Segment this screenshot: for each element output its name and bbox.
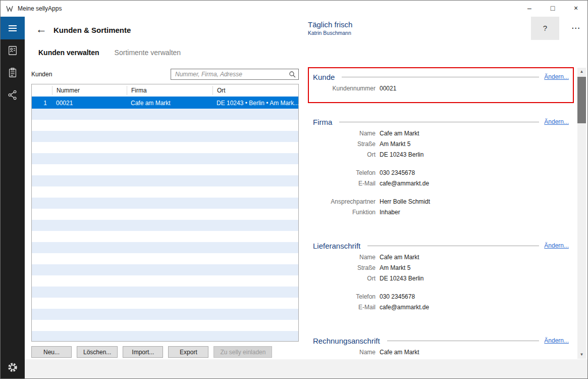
customer-detail-panel: Kunde Ändern... Kundennummer 00021 Firma	[308, 62, 574, 359]
scroll-thumb[interactable]	[577, 77, 586, 123]
section-rule	[342, 77, 539, 77]
kunde-section-title: Kunde	[313, 73, 335, 81]
field-firma-email: E-Mail cafe@ammarkt.de	[313, 178, 569, 189]
scroll-down-icon[interactable]: ▼	[577, 351, 586, 359]
field-firma-name: Name Cafe am Markt	[313, 128, 569, 139]
field-firma-funktion: Funktion Inhaber	[313, 207, 569, 218]
field-rechnung-name: Name Cafe am Markt	[313, 347, 569, 358]
delete-button[interactable]: Löschen...	[77, 346, 118, 358]
section-lieferanschrift: Lieferanschrift Ändern... Name Cafe am M…	[308, 236, 574, 322]
rechnungsanschrift-section-title: Rechnungsanschrift	[313, 337, 380, 345]
main-area: Kunden	[25, 62, 587, 359]
field-liefer-name: Name Cafe am Markt	[313, 252, 569, 263]
minimize-button[interactable]: –	[518, 1, 541, 17]
account-user: Katrin Buschmann	[308, 30, 352, 36]
field-firma-ort: Ort DE 10243 Berlin	[313, 150, 569, 160]
table-row-empty	[32, 320, 298, 331]
search-input[interactable]	[171, 69, 299, 80]
window-controls: – □ ×	[518, 1, 587, 17]
sidebar	[1, 17, 25, 378]
field-firma-telefon: Telefon 030 2345678	[313, 168, 569, 178]
field-liefer-telefon: Telefon 030 2345678	[313, 292, 569, 302]
table-row-selected[interactable]: 1 00021 Cafe am Markt DE 10243 • Berlin …	[32, 98, 298, 109]
back-button[interactable]: ←	[31, 17, 52, 43]
table-empty-rows	[32, 109, 298, 342]
table-row-empty	[32, 287, 298, 298]
sidebar-spacer	[1, 106, 25, 356]
help-button[interactable]: ?	[531, 17, 559, 40]
section-rule	[339, 122, 539, 122]
new-button[interactable]: Neu...	[31, 346, 72, 358]
sidebar-item-customers[interactable]	[1, 39, 25, 62]
lieferanschrift-aendern-link[interactable]: Ändern...	[544, 242, 569, 249]
sidebar-item-settings[interactable]	[1, 356, 25, 378]
table-row-empty	[32, 253, 298, 264]
section-rule	[387, 341, 540, 341]
page-title: Kunden & Sortimente	[54, 17, 131, 43]
detail-scrollbar[interactable]: ▲ ▼	[577, 68, 586, 359]
table-row-empty	[32, 198, 298, 209]
field-firma-ansprechpartner: Ansprechpartner Herr Bolle Schmidt	[313, 197, 569, 207]
firma-aendern-link[interactable]: Ändern...	[544, 118, 569, 125]
export-button[interactable]: Export	[168, 346, 208, 358]
maximize-button[interactable]: □	[541, 1, 564, 17]
sidebar-item-orders[interactable]	[1, 62, 25, 84]
section-kunde: Kunde Ändern... Kundennummer 00021	[308, 67, 574, 103]
invite-button: Zu selly einladen	[213, 346, 272, 358]
account-info[interactable]: Täglich frisch Katrin Buschmann	[308, 20, 352, 36]
cell-firma: Cafe am Markt	[127, 100, 212, 107]
field-liefer-ort: Ort DE 10243 Berlin	[313, 273, 569, 284]
firma-section-title: Firma	[313, 118, 332, 126]
share-network-icon	[7, 89, 18, 101]
account-name: Täglich frisch	[308, 20, 352, 29]
table-row-empty	[32, 220, 298, 231]
column-firma[interactable]: Firma	[127, 86, 212, 95]
tab-sortimente-verwalten[interactable]: Sortimente verwalten	[115, 49, 181, 57]
field-liefer-email: E-Mail cafe@ammarkt.de	[313, 302, 569, 313]
app-icon	[6, 5, 14, 13]
app-window: Meine sellyApps – □ ×	[0, 0, 588, 379]
table-row-empty	[32, 153, 298, 164]
hamburger-icon	[9, 25, 17, 26]
tab-kunden-verwalten[interactable]: Kunden verwalten	[38, 49, 99, 57]
customer-search	[171, 69, 299, 80]
field-kundennummer: Kundennummer 00021	[313, 83, 569, 94]
cell-index: 1	[32, 100, 52, 107]
section-rule	[367, 246, 539, 246]
search-icon[interactable]	[288, 70, 296, 78]
customer-card-icon	[7, 45, 18, 56]
table-header: Nummer Firma Ort	[32, 84, 298, 98]
table-row-empty	[32, 131, 298, 142]
column-ort[interactable]: Ort	[212, 86, 298, 95]
customer-list-panel: Kunden	[31, 62, 299, 358]
app-header: ← Kunden & Sortimente Täglich frisch Kat…	[25, 17, 587, 43]
column-nummer[interactable]: Nummer	[52, 86, 127, 95]
cell-ort: DE 10243 • Berlin • Am Mark...	[212, 100, 298, 107]
tab-bar: Kunden verwalten Sortimente verwalten	[25, 43, 587, 62]
gear-icon	[7, 362, 18, 373]
footer	[25, 359, 587, 378]
more-button[interactable]: ⋯	[568, 17, 584, 40]
table-row-empty	[32, 186, 298, 198]
field-liefer-strasse: Straße Am Markt 5	[313, 263, 569, 273]
titlebar: Meine sellyApps – □ ×	[1, 1, 587, 17]
table-row-empty	[32, 120, 298, 131]
rechnungsanschrift-aendern-link[interactable]: Ändern...	[544, 337, 569, 344]
scroll-up-icon[interactable]: ▲	[577, 68, 586, 76]
table-row-empty	[32, 264, 298, 275]
column-index	[32, 86, 52, 95]
sidebar-item-network[interactable]	[1, 84, 25, 106]
section-firma: Firma Ändern... Name Cafe am Markt Straß…	[308, 112, 574, 227]
section-rechnungsanschrift: Rechnungsanschrift Ändern... Name Cafe a…	[308, 331, 574, 359]
menu-button[interactable]	[1, 17, 25, 39]
table-row-empty	[32, 275, 298, 287]
table-row-empty	[32, 231, 298, 242]
list-actions: Neu... Löschen... Import... Export Zu se…	[31, 346, 299, 358]
field-firma-strasse: Straße Am Markt 5	[313, 139, 569, 150]
table-row-empty	[32, 109, 298, 120]
customer-table[interactable]: Nummer Firma Ort 1 00021 Cafe am Markt D…	[31, 84, 299, 342]
kunde-aendern-link[interactable]: Ändern...	[544, 73, 569, 80]
close-button[interactable]: ×	[564, 1, 587, 17]
import-button[interactable]: Import...	[123, 346, 163, 358]
lieferanschrift-section-title: Lieferanschrift	[313, 242, 360, 250]
